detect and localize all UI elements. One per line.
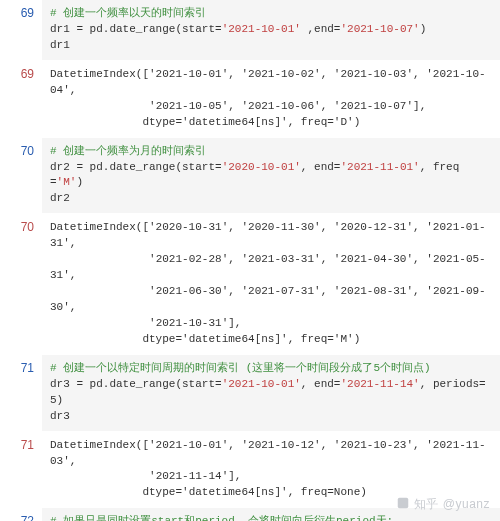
watermark-text: 知乎 @yuanz <box>414 497 490 511</box>
code-line: '2021-06-30', '2021-07-31', '2021-08-31'… <box>50 284 492 316</box>
code-line: dr2 = pd.date_range(start='2020-10-01', … <box>50 160 492 192</box>
code-line: '2021-11-14'], <box>50 469 492 485</box>
code-input[interactable]: # 创建一个频率为月的时间索引dr2 = pd.date_range(start… <box>42 138 500 214</box>
prompt-number: 71 <box>0 432 42 508</box>
code-line: '2021-10-31'], <box>50 316 492 332</box>
output-cell: 69DatetimeIndex(['2021-10-01', '2021-10-… <box>0 61 500 138</box>
prompt-number: 69 <box>0 0 42 60</box>
code-cell: 69# 创建一个频率以天的时间索引dr1 = pd.date_range(sta… <box>0 0 500 61</box>
code-cell: 70# 创建一个频率为月的时间索引dr2 = pd.date_range(sta… <box>0 138 500 215</box>
code-line: dr1 = pd.date_range(start='2021-10-01' ,… <box>50 22 492 38</box>
code-line: dr1 <box>50 38 492 54</box>
code-line: dtype='datetime64[ns]', freq='M') <box>50 332 492 348</box>
code-line: dtype='datetime64[ns]', freq='D') <box>50 115 492 131</box>
code-line: dr3 <box>50 409 492 425</box>
code-line: # 创建一个以特定时间周期的时间索引 (这里将一个时间段分成了5个时间点) <box>50 361 492 377</box>
code-input[interactable]: # 创建一个以特定时间周期的时间索引 (这里将一个时间段分成了5个时间点)dr3… <box>42 355 500 431</box>
svg-rect-0 <box>398 498 409 509</box>
prompt-number: 72 <box>0 508 42 521</box>
zhihu-icon <box>396 496 410 513</box>
notebook-container: 69# 创建一个频率以天的时间索引dr1 = pd.date_range(sta… <box>0 0 500 521</box>
prompt-number: 70 <box>0 214 42 354</box>
code-line: # 创建一个频率为月的时间索引 <box>50 144 492 160</box>
code-cell: 71# 创建一个以特定时间周期的时间索引 (这里将一个时间段分成了5个时间点)d… <box>0 355 500 432</box>
code-line: # 如果只是同时设置start和period, 会将时间向后衍生period天; <box>50 514 492 521</box>
code-line: DatetimeIndex(['2020-10-31', '2020-11-30… <box>50 220 492 252</box>
code-line: dr3 = pd.date_range(start='2021-10-01', … <box>50 377 492 409</box>
output-cell: 70DatetimeIndex(['2020-10-31', '2020-11-… <box>0 214 500 355</box>
code-output: DatetimeIndex(['2020-10-31', '2020-11-30… <box>42 214 500 354</box>
code-line: dr2 <box>50 191 492 207</box>
code-input[interactable]: # 创建一个频率以天的时间索引dr1 = pd.date_range(start… <box>42 0 500 60</box>
code-output: DatetimeIndex(['2021-10-01', '2021-10-02… <box>42 61 500 137</box>
code-line: '2021-02-28', '2021-03-31', '2021-04-30'… <box>50 252 492 284</box>
prompt-number: 71 <box>0 355 42 431</box>
code-line: DatetimeIndex(['2021-10-01', '2021-10-12… <box>50 438 492 470</box>
code-line: '2021-10-05', '2021-10-06', '2021-10-07'… <box>50 99 492 115</box>
prompt-number: 69 <box>0 61 42 137</box>
prompt-number: 70 <box>0 138 42 214</box>
code-line: DatetimeIndex(['2021-10-01', '2021-10-02… <box>50 67 492 99</box>
watermark: 知乎 @yuanz <box>396 496 490 513</box>
code-line: # 创建一个频率以天的时间索引 <box>50 6 492 22</box>
